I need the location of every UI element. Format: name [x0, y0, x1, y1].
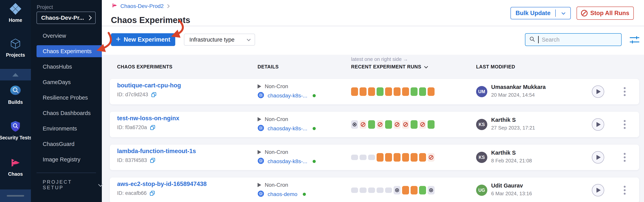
infrastructure-link[interactable]: chaosday-k8s-... [268, 92, 307, 99]
infrastructure-link[interactable]: chaos-demo [268, 191, 297, 197]
runs-order-hint: latest one on right side → [351, 56, 408, 62]
run-block-orange[interactable] [410, 186, 418, 194]
sidebar-item-chaosguard[interactable]: ChaosGuard [31, 136, 102, 152]
project-section-label: Project [37, 4, 53, 10]
experiment-row[interactable]: aws-ec2-stop-by-id-1658947438 ID: eacafb… [110, 178, 639, 202]
rail-section-bottom [0, 190, 31, 202]
run-block-green[interactable] [419, 87, 426, 96]
rail-item-label: Home [9, 18, 22, 23]
chevron-down-icon [247, 37, 250, 41]
new-experiment-label: New Experiment [124, 36, 170, 43]
bulk-update-button[interactable]: Bulk Update [510, 7, 571, 19]
run-block-green[interactable] [385, 120, 392, 129]
run-block-orange[interactable] [428, 87, 434, 96]
run-block-green[interactable] [419, 186, 426, 194]
run-block-orange[interactable] [402, 87, 409, 96]
stop-all-runs-label: Stop All Runs [590, 10, 629, 16]
run-block-failed[interactable] [402, 120, 409, 129]
run-block-stopped[interactable] [351, 120, 358, 129]
run-block-orange[interactable] [351, 87, 358, 96]
run-block-failed[interactable] [428, 153, 434, 162]
sidebar-item-image-registry[interactable]: Image Registry [31, 152, 102, 167]
run-block-green[interactable] [368, 120, 375, 129]
row-menu-button[interactable] [622, 152, 628, 163]
sidebar-item-gamedays[interactable]: GameDays [31, 74, 102, 90]
sidebar-item-chaos-experiments[interactable]: Chaos Experiments [36, 45, 102, 57]
rail-item-chaos[interactable]: Chaos [0, 157, 31, 177]
run-block-failed[interactable] [360, 120, 366, 129]
rail-item-projects[interactable]: Projects [0, 38, 31, 58]
collapse-up-icon [12, 73, 18, 76]
run-block-empty [360, 155, 366, 160]
run-experiment-button[interactable] [592, 86, 604, 98]
copy-icon[interactable] [149, 190, 155, 196]
project-selector[interactable]: Chaos-Dev-Pr... [36, 12, 96, 24]
rail-collapse-strip[interactable] [0, 69, 31, 80]
project-setup-toggle[interactable]: PROJECT SETUP [31, 179, 102, 191]
run-block-green[interactable] [410, 120, 418, 129]
rail-item-home[interactable]: ❖ Home [0, 2, 31, 23]
sidebar-item-chaos-dashboards[interactable]: Chaos Dashboards [31, 105, 102, 121]
sidebar-item-chaoshubs[interactable]: ChaosHubs [31, 59, 102, 74]
infrastructure-link[interactable]: chaosday-k8s-... [268, 158, 307, 164]
search-box[interactable] [525, 33, 622, 46]
run-block-green[interactable] [428, 120, 434, 129]
run-experiment-button[interactable] [592, 118, 604, 131]
play-small-icon [258, 84, 261, 88]
run-block-failed[interactable] [394, 120, 400, 129]
new-experiment-button[interactable]: + New Experiment [111, 33, 175, 46]
chevron-right-icon [87, 15, 92, 20]
experiment-row[interactable]: test-nw-loss-on-nginx ID: f0a6720a Non-C… [110, 112, 639, 137]
search-input[interactable] [542, 36, 617, 43]
run-experiment-button[interactable] [592, 151, 604, 164]
experiment-name-link[interactable]: lambda-function-timeout-1s [117, 148, 196, 155]
row-menu-button[interactable] [622, 119, 628, 130]
column-header-runs-label: RECENT EXPERIMENT RUNS [351, 64, 421, 70]
run-block-failed[interactable] [376, 120, 384, 129]
play-icon [596, 155, 601, 160]
run-block-orange[interactable] [402, 153, 409, 162]
bulk-update-dropdown[interactable] [556, 12, 570, 14]
run-block-stopped[interactable] [428, 186, 434, 194]
filter-icon[interactable] [629, 34, 639, 45]
rail-item-builds[interactable]: Builds [0, 85, 31, 105]
run-block-orange[interactable] [385, 153, 392, 162]
run-block-green[interactable] [376, 87, 384, 96]
experiment-name-link[interactable]: test-nw-loss-on-nginx [117, 115, 179, 122]
copy-icon[interactable] [151, 92, 157, 98]
run-block-orange[interactable] [394, 87, 400, 96]
row-menu-button[interactable] [622, 184, 628, 196]
stop-all-runs-button[interactable]: Stop All Runs [576, 6, 634, 20]
run-block-orange[interactable] [368, 87, 375, 96]
run-block-green[interactable] [410, 87, 418, 96]
rail-resize-handle[interactable] [7, 195, 24, 196]
experiment-row[interactable]: lambda-function-timeout-1s ID: 837f4583 … [110, 144, 639, 170]
sidebar-item-environments[interactable]: Environments [31, 121, 102, 136]
experiment-name-link[interactable]: aws-ec2-stop-by-id-1658947438 [117, 180, 207, 188]
run-block-orange[interactable] [360, 87, 366, 96]
experiment-name-link[interactable]: boutique-cart-cpu-hog [117, 82, 181, 89]
run-experiment-button[interactable] [592, 184, 604, 196]
rail-item-security-tests[interactable]: Security Tests [0, 120, 31, 140]
run-block-orange[interactable] [394, 153, 400, 162]
run-block-stopped[interactable] [394, 186, 400, 194]
copy-icon[interactable] [150, 158, 156, 163]
kubernetes-icon [258, 190, 264, 198]
run-block-orange[interactable] [402, 186, 409, 194]
experiment-row[interactable]: boutique-cart-cpu-hog ID: d7c9d243 Non-C… [110, 79, 639, 104]
infrastructure-link[interactable]: chaosday-k8s-... [268, 126, 307, 132]
breadcrumb-project-link[interactable]: Chaos-Dev-Prod2 [120, 3, 164, 9]
infrastructure-type-select[interactable]: Infrastructure type [184, 34, 255, 46]
recent-runs [351, 79, 434, 104]
run-block-orange[interactable] [410, 153, 418, 162]
run-block-failed[interactable] [419, 120, 426, 129]
run-block-orange[interactable] [376, 153, 384, 162]
run-block-orange[interactable] [419, 153, 426, 162]
row-menu-button[interactable] [622, 86, 628, 98]
sidebar-item-overview[interactable]: Overview [31, 28, 102, 44]
recent-runs [351, 112, 434, 137]
column-header-runs[interactable]: RECENT EXPERIMENT RUNS [351, 64, 427, 70]
copy-icon[interactable] [150, 125, 156, 130]
run-block-orange[interactable] [385, 87, 392, 96]
sidebar-item-resilience-probes[interactable]: Resilience Probes [31, 90, 102, 105]
